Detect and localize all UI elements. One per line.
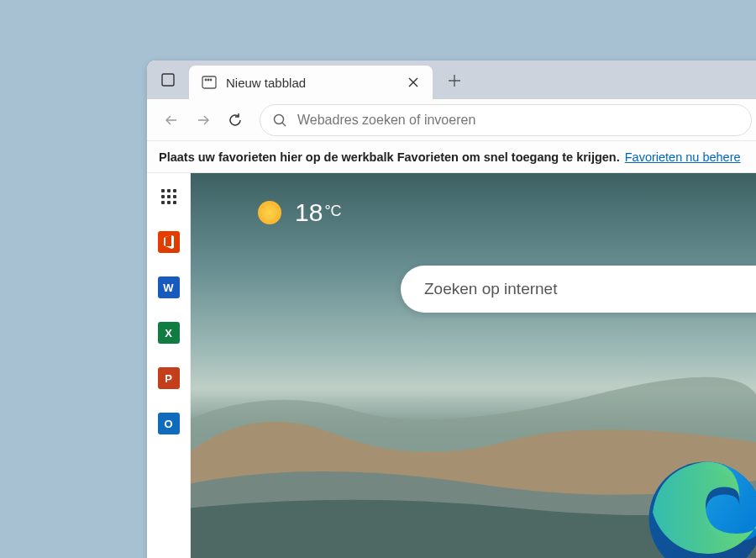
grid-icon <box>161 189 176 204</box>
address-bar[interactable] <box>260 104 752 136</box>
word-icon: W <box>158 276 180 298</box>
address-input[interactable] <box>297 113 739 128</box>
navigation-toolbar <box>147 99 756 141</box>
temperature-display: 18°C <box>295 198 342 227</box>
search-placeholder-text: Zoeken op internet <box>424 280 557 298</box>
svg-point-3 <box>207 79 209 81</box>
search-box[interactable]: Zoeken op internet <box>401 266 756 313</box>
sidebar-item-office[interactable] <box>157 230 181 254</box>
tab-title: Nieuw tabblad <box>226 76 402 90</box>
sidebar-item-outlook[interactable]: O <box>157 412 181 435</box>
svg-rect-0 <box>162 74 174 86</box>
sidebar-item-excel[interactable]: X <box>157 321 181 345</box>
tab-strip: Nieuw tabblad <box>147 61 756 99</box>
sun-icon <box>258 201 281 224</box>
svg-point-11 <box>275 114 284 124</box>
arrow-left-icon <box>163 112 180 129</box>
content-area: W X P O 18°C <box>147 173 756 558</box>
temperature-value: 18 <box>295 198 323 226</box>
refresh-icon <box>227 112 244 129</box>
forward-button[interactable] <box>187 104 219 136</box>
close-icon <box>408 77 418 87</box>
active-tab[interactable]: Nieuw tabblad <box>189 66 433 99</box>
excel-icon: X <box>158 322 180 344</box>
svg-rect-1 <box>202 76 216 88</box>
sidebar-item-powerpoint[interactable]: P <box>157 366 181 390</box>
close-tab-button[interactable] <box>402 71 424 93</box>
powerpoint-icon: P <box>158 367 180 389</box>
tab-favicon-icon <box>201 74 218 91</box>
sidebar-item-word[interactable]: W <box>157 276 181 299</box>
temperature-unit: °C <box>324 203 341 219</box>
weather-widget[interactable]: 18°C <box>258 198 342 227</box>
new-tab-page: 18°C Zoeken op internet <box>191 173 756 558</box>
outlook-icon: O <box>158 413 180 434</box>
tab-actions-icon <box>160 72 176 87</box>
favorites-hint-text: Plaats uw favorieten hier op de werkbalk… <box>159 150 620 164</box>
new-tab-button[interactable] <box>439 66 470 96</box>
app-launcher-button[interactable] <box>157 185 181 208</box>
manage-favorites-link[interactable]: Favorieten nu behere <box>625 150 741 164</box>
svg-line-12 <box>282 123 286 126</box>
favorites-bar: Plaats uw favorieten hier op de werkbalk… <box>147 141 756 173</box>
back-button[interactable] <box>155 104 187 136</box>
arrow-right-icon <box>195 112 212 129</box>
svg-point-4 <box>210 79 212 81</box>
sidebar: W X P O <box>147 173 191 558</box>
refresh-button[interactable] <box>219 104 251 136</box>
search-icon <box>272 113 287 128</box>
svg-point-2 <box>205 79 207 81</box>
plus-icon <box>448 74 461 87</box>
tab-actions-button[interactable] <box>152 64 184 96</box>
office-icon <box>158 231 180 253</box>
edge-logo-icon <box>643 455 756 558</box>
browser-window: Nieuw tabblad Plaats uw favorieten hier … <box>147 61 756 558</box>
